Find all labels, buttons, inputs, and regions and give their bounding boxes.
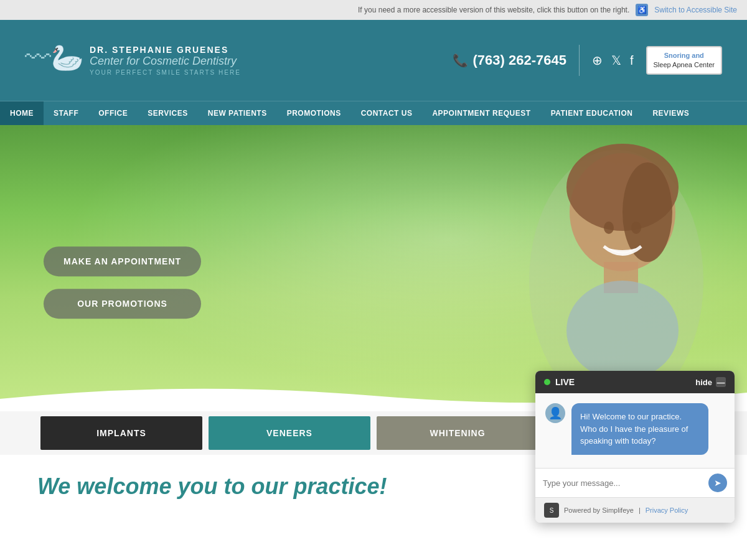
tagline: YOUR PERFECT SMILE STARTS HERE bbox=[90, 69, 241, 76]
phone-number[interactable]: (763) 262-7645 bbox=[473, 52, 566, 68]
hero-person-svg bbox=[473, 131, 710, 411]
header-right: 📞 (763) 262-7645 ⊕ 𝕏 f Snoring and Sleep… bbox=[453, 45, 722, 76]
chat-live-indicator: LIVE bbox=[544, 377, 575, 387]
top-bar: If you need a more accessible version of… bbox=[0, 0, 747, 20]
service-tile-whitening[interactable]: WHITENING bbox=[377, 416, 538, 450]
simplifeye-icon: S bbox=[544, 503, 559, 518]
snoring-badge-line1: Snoring and bbox=[654, 51, 715, 60]
live-label: LIVE bbox=[555, 377, 575, 387]
phone-icon: 📞 bbox=[453, 53, 468, 68]
implants-label: IMPLANTS bbox=[96, 428, 146, 438]
accessible-message: If you need a more accessible version of… bbox=[358, 6, 629, 14]
nav-item-staff[interactable]: STAFF bbox=[44, 101, 88, 125]
chat-avatar: 👤 bbox=[545, 403, 565, 423]
chat-messages: 👤 Hi! Welcome to our practice. Who do I … bbox=[535, 393, 735, 468]
rss-icon[interactable]: ⊕ bbox=[592, 53, 603, 68]
nav-item-services[interactable]: SERVICES bbox=[138, 101, 197, 125]
chat-bubble: Hi! Welcome to our practice. Who do I ha… bbox=[571, 403, 708, 455]
svg-point-5 bbox=[566, 281, 679, 380]
whitening-label: WHITENING bbox=[430, 428, 485, 438]
privacy-policy-link[interactable]: Privacy Policy bbox=[646, 506, 688, 514]
chat-input[interactable] bbox=[543, 478, 703, 488]
hero-section: MAKE AN APPOINTMENT OUR PROMOTIONS bbox=[0, 125, 747, 411]
twitter-icon[interactable]: 𝕏 bbox=[611, 53, 621, 68]
divider bbox=[579, 45, 580, 76]
svg-point-7 bbox=[631, 222, 641, 234]
service-tile-implants[interactable]: IMPLANTS bbox=[40, 416, 202, 450]
swan-icon: 〰🦢 bbox=[25, 45, 83, 71]
make-appointment-button[interactable]: MAKE AN APPOINTMENT bbox=[44, 246, 201, 276]
snoring-badge-line2: Sleep Apnea Center bbox=[654, 60, 715, 70]
nav-item-promotions[interactable]: PROMOTIONS bbox=[277, 101, 351, 125]
veneers-label: VENEERS bbox=[266, 428, 312, 438]
hide-label: hide bbox=[695, 378, 712, 387]
chat-footer: S Powered by Simplifeye | Privacy Policy bbox=[535, 497, 735, 523]
social-icons: ⊕ 𝕏 f bbox=[592, 53, 634, 68]
svg-point-6 bbox=[604, 222, 614, 234]
nav-item-home[interactable]: HOME bbox=[0, 101, 44, 125]
chat-header: LIVE hide — bbox=[535, 371, 735, 393]
wheelchair-icon: ♿ bbox=[636, 4, 648, 16]
header: 〰🦢 DR. STEPHANIE GRUENES Center for Cosm… bbox=[0, 20, 747, 101]
navigation: HOME STAFF OFFICE SERVICES NEW PATIENTS … bbox=[0, 101, 747, 125]
practice-name: Center for Cosmetic Dentistry bbox=[90, 55, 241, 68]
chat-send-button[interactable]: ➤ bbox=[708, 474, 727, 492]
nav-item-contact-us[interactable]: CONTACT US bbox=[351, 101, 423, 125]
live-dot bbox=[544, 379, 550, 385]
chat-hide-button[interactable]: hide — bbox=[695, 377, 726, 387]
nav-item-patient-education[interactable]: PATIENT EDUCATION bbox=[541, 101, 643, 125]
our-promotions-button[interactable]: OUR PROMOTIONS bbox=[44, 289, 201, 319]
svg-point-3 bbox=[622, 162, 672, 262]
facebook-icon[interactable]: f bbox=[630, 54, 634, 68]
hero-buttons: MAKE AN APPOINTMENT OUR PROMOTIONS bbox=[44, 246, 201, 319]
nav-item-new-patients[interactable]: NEW PATIENTS bbox=[198, 101, 277, 125]
nav-item-reviews[interactable]: REVIEWS bbox=[642, 101, 699, 125]
dr-name: DR. STEPHANIE GRUENES bbox=[90, 45, 241, 55]
powered-by: Powered by Simplifeye bbox=[564, 506, 634, 514]
service-tile-veneers[interactable]: VENEERS bbox=[209, 416, 370, 450]
footer-separator: | bbox=[639, 506, 641, 514]
minimize-icon: — bbox=[716, 377, 726, 387]
chat-widget: LIVE hide — 👤 Hi! Welcome to our practic… bbox=[535, 371, 735, 523]
nav-item-office[interactable]: OFFICE bbox=[88, 101, 138, 125]
chat-input-area: ➤ bbox=[535, 468, 735, 497]
phone-area: 📞 (763) 262-7645 bbox=[453, 52, 566, 68]
logo-area: 〰🦢 DR. STEPHANIE GRUENES Center for Cosm… bbox=[25, 45, 241, 76]
snoring-badge[interactable]: Snoring and Sleep Apnea Center bbox=[646, 46, 722, 75]
accessible-link[interactable]: Switch to Accessible Site bbox=[654, 6, 737, 14]
nav-item-appointment-request[interactable]: APPOINTMENT REQUEST bbox=[422, 101, 540, 125]
